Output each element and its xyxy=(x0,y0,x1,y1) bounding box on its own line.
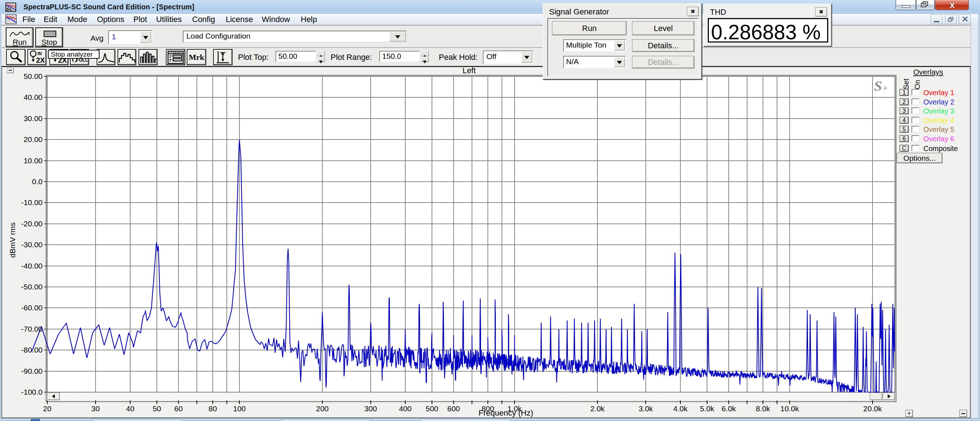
svg-text:-70.00: -70.00 xyxy=(21,325,43,333)
svg-text:400: 400 xyxy=(399,404,411,413)
svg-text:10.00: 10.00 xyxy=(24,156,43,165)
svg-text:Frequency (Hz): Frequency (Hz) xyxy=(479,408,533,418)
svg-text:8.0k: 8.0k xyxy=(756,404,770,413)
svg-text:600: 600 xyxy=(447,404,460,413)
svg-text:500: 500 xyxy=(425,404,438,413)
svg-text:50.00: 50.00 xyxy=(24,72,43,80)
svg-text:10.0k: 10.0k xyxy=(780,404,799,413)
svg-text:-90.00: -90.00 xyxy=(21,367,43,375)
svg-text:-40.00: -40.00 xyxy=(21,262,43,270)
svg-text:-80.00: -80.00 xyxy=(21,346,43,354)
svg-text:2.0k: 2.0k xyxy=(590,404,605,413)
svg-text:-60.00: -60.00 xyxy=(21,303,43,312)
svg-text:-30.00: -30.00 xyxy=(21,240,43,249)
svg-text:30: 30 xyxy=(91,404,100,413)
svg-text:30.00: 30.00 xyxy=(24,114,43,122)
svg-text:5.0k: 5.0k xyxy=(700,404,714,413)
svg-text:200: 200 xyxy=(316,404,328,413)
svg-text:100: 100 xyxy=(233,404,245,413)
svg-text:80: 80 xyxy=(208,404,217,413)
svg-text:6.0k: 6.0k xyxy=(721,404,736,413)
svg-text:Left: Left xyxy=(463,66,476,75)
svg-text:-10.00: -10.00 xyxy=(21,198,43,207)
svg-text:2X: 2X xyxy=(36,56,45,64)
svg-text:+: + xyxy=(882,83,888,94)
svg-text:60: 60 xyxy=(174,404,183,413)
svg-text:-20.00: -20.00 xyxy=(21,219,43,228)
svg-text:40: 40 xyxy=(126,404,134,413)
svg-text:40.00: 40.00 xyxy=(24,93,43,101)
svg-text:3.0k: 3.0k xyxy=(638,404,653,413)
svg-text:20.0k: 20.0k xyxy=(863,404,882,413)
svg-text:20: 20 xyxy=(43,404,51,413)
svg-text:300: 300 xyxy=(364,404,377,413)
svg-text:20.00: 20.00 xyxy=(24,135,43,143)
svg-text:4.0k: 4.0k xyxy=(673,404,687,413)
svg-text:50: 50 xyxy=(153,404,161,413)
svg-text:-100.0: -100.0 xyxy=(21,388,43,396)
svg-text:S: S xyxy=(874,78,882,94)
svg-text:IN: IN xyxy=(38,51,42,56)
svg-text:0.0: 0.0 xyxy=(32,177,43,186)
svg-text:-50.00: -50.00 xyxy=(21,283,43,291)
